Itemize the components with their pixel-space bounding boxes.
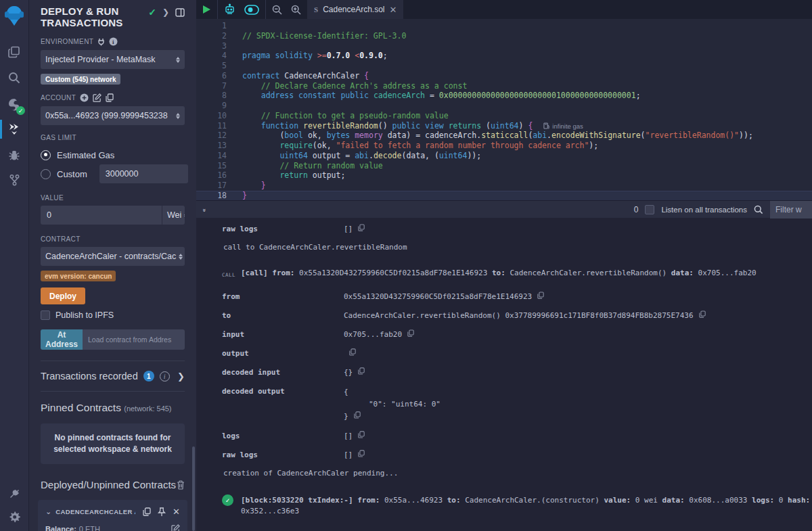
copy-icon[interactable] bbox=[699, 310, 706, 321]
trash-icon[interactable] bbox=[177, 480, 185, 490]
deploy-button[interactable]: Deploy bbox=[41, 287, 85, 304]
line-number[interactable]: 7 bbox=[196, 81, 227, 91]
code-line[interactable]: 3 bbox=[196, 41, 812, 51]
copy-icon[interactable] bbox=[349, 348, 356, 359]
copy-icon[interactable] bbox=[358, 367, 365, 378]
custom-gas-option[interactable]: Custom bbox=[41, 164, 185, 183]
code-line[interactable]: 15 // Return random value bbox=[196, 161, 812, 171]
plugin-manager-icon[interactable] bbox=[0, 482, 28, 505]
transactions-info-icon[interactable]: i bbox=[160, 371, 170, 382]
sign-message-icon[interactable] bbox=[93, 93, 102, 102]
add-account-icon[interactable] bbox=[80, 93, 89, 102]
code-line[interactable]: 12 (bool ok, bytes memory data) = cadenc… bbox=[196, 131, 812, 141]
line-number[interactable]: 6 bbox=[196, 71, 227, 81]
estimated-gas-option[interactable]: Estimated Gas bbox=[41, 145, 185, 164]
code-line[interactable]: 2// SPDX-License-Identifier: GPL-3.0 bbox=[196, 31, 812, 41]
git-icon[interactable] bbox=[0, 168, 28, 191]
terminal-log[interactable]: raw logs[]call to CadenceArchCaler.rever… bbox=[196, 218, 812, 531]
tab-cadencearch-sol[interactable]: S CadenceArch.sol ✕ bbox=[307, 0, 403, 19]
copy-icon[interactable] bbox=[354, 411, 361, 423]
debugger-icon[interactable] bbox=[0, 143, 28, 166]
estimated-gas-radio[interactable] bbox=[41, 150, 51, 160]
line-number[interactable]: 8 bbox=[196, 91, 227, 101]
zoom-out-icon[interactable] bbox=[272, 5, 282, 15]
code-editor[interactable]: 12// SPDX-License-Identifier: GPL-3.034p… bbox=[196, 19, 812, 200]
file-explorer-icon[interactable] bbox=[0, 41, 28, 64]
code-line[interactable]: 6contract CadenceArchCaler { bbox=[196, 71, 812, 81]
collapse-chevron-icon[interactable]: ⌄ bbox=[45, 507, 51, 516]
value-input[interactable] bbox=[41, 206, 162, 225]
line-number[interactable]: 10 bbox=[196, 111, 227, 121]
solidity-compiler-icon[interactable]: ✓ bbox=[0, 93, 28, 116]
line-number[interactable]: 11 bbox=[196, 121, 227, 131]
copy-address-icon[interactable] bbox=[143, 507, 151, 516]
code-line[interactable]: 17 } bbox=[196, 181, 812, 191]
copy-icon[interactable] bbox=[358, 224, 365, 235]
code-line[interactable]: 1 bbox=[196, 21, 812, 31]
expand-terminal-icon[interactable]: ⌄⌄ bbox=[202, 207, 207, 212]
line-number[interactable]: 14 bbox=[196, 151, 227, 161]
line-number[interactable]: 4 bbox=[196, 51, 227, 61]
panel-scrollbar[interactable] bbox=[192, 446, 195, 531]
terminal-filter-input[interactable] bbox=[770, 201, 812, 218]
ai-assistant-robot-icon[interactable] bbox=[224, 4, 235, 15]
line-number[interactable]: 12 bbox=[196, 131, 227, 141]
code-line[interactable]: 10 // Function to get a pseudo-random va… bbox=[196, 111, 812, 121]
panel-pin-icon[interactable] bbox=[175, 8, 185, 17]
pin-contract-icon[interactable] bbox=[158, 507, 166, 517]
code-line[interactable]: 11 function revertibleRandom() public vi… bbox=[196, 121, 812, 131]
close-tab-icon[interactable]: ✕ bbox=[390, 5, 397, 15]
copy-icon[interactable] bbox=[358, 450, 365, 461]
run-script-icon[interactable] bbox=[202, 5, 211, 14]
code-line[interactable]: 18} bbox=[196, 191, 812, 200]
settings-gear-icon[interactable] bbox=[0, 505, 28, 528]
line-number[interactable]: 5 bbox=[196, 61, 227, 71]
code-line[interactable]: 7 // Declare Cadence Arch's address as a… bbox=[196, 81, 812, 91]
value-unit-select[interactable]: Wei bbox=[162, 206, 185, 225]
line-number[interactable]: 16 bbox=[196, 170, 227, 181]
line-number[interactable]: 2 bbox=[196, 31, 227, 41]
contract-select[interactable]: CadenceArchCaler - contracts/Cac bbox=[41, 247, 185, 266]
copilot-toggle-icon[interactable] bbox=[244, 5, 259, 15]
terminal-search-icon[interactable] bbox=[754, 205, 763, 214]
code-line[interactable]: 16 return output; bbox=[196, 170, 812, 181]
close-contract-icon[interactable]: ✕ bbox=[173, 507, 180, 517]
line-number[interactable]: 3 bbox=[196, 41, 227, 51]
deploy-run-icon[interactable] bbox=[0, 118, 28, 141]
code-line[interactable]: 4pragma solidity >=0.7.0 <0.9.0; bbox=[196, 51, 812, 61]
account-select[interactable]: 0x55a...46923 (999.9999453238 bbox=[41, 106, 185, 125]
zoom-in-icon[interactable] bbox=[291, 5, 301, 15]
line-number[interactable]: 1 bbox=[196, 21, 227, 31]
code-line[interactable]: 14 uint64 output = abi.decode(data, (uin… bbox=[196, 151, 812, 161]
at-address-input[interactable] bbox=[83, 329, 185, 350]
environment-select[interactable]: Injected Provider - MetaMask bbox=[41, 50, 185, 69]
listen-all-transactions-checkbox[interactable] bbox=[645, 205, 654, 214]
copy-icon[interactable] bbox=[407, 329, 414, 340]
panel-expand-icon[interactable]: ❯ bbox=[162, 7, 169, 17]
code-line[interactable]: 8 address constant public cadenceArch = … bbox=[196, 91, 812, 101]
copy-account-icon[interactable] bbox=[106, 93, 114, 102]
transactions-recorded-row[interactable]: Transactions recorded 1 i ❯ bbox=[41, 361, 185, 391]
copy-icon[interactable] bbox=[537, 292, 544, 302]
code-line[interactable]: 13 require(ok, "failed to fetch a random… bbox=[196, 141, 812, 151]
plug-icon[interactable] bbox=[97, 38, 105, 46]
transactions-expand-icon[interactable]: ❯ bbox=[177, 371, 185, 382]
environment-info-icon[interactable]: i bbox=[109, 37, 118, 46]
line-number[interactable]: 18 bbox=[196, 191, 227, 200]
line-number[interactable]: 13 bbox=[196, 141, 227, 151]
publish-ipfs-checkbox[interactable] bbox=[41, 310, 50, 320]
copy-icon[interactable] bbox=[358, 431, 365, 442]
publish-ipfs-option[interactable]: Publish to IPFS bbox=[41, 310, 185, 320]
code-line[interactable]: 9 bbox=[196, 101, 812, 111]
search-icon[interactable] bbox=[0, 66, 28, 89]
edit-balance-icon[interactable] bbox=[171, 524, 180, 531]
line-number[interactable]: 15 bbox=[196, 161, 227, 171]
remix-logo[interactable] bbox=[0, 0, 28, 31]
deployed-contract-title[interactable]: CADENCEARCHCALER AT 0) bbox=[55, 508, 135, 515]
custom-gas-input[interactable] bbox=[99, 164, 188, 183]
at-address-button[interactable]: At Address bbox=[41, 329, 83, 350]
custom-gas-radio[interactable] bbox=[41, 169, 51, 179]
code-line[interactable]: 5 bbox=[196, 61, 812, 71]
line-number[interactable]: 17 bbox=[196, 181, 227, 191]
line-number[interactable]: 9 bbox=[196, 101, 227, 111]
